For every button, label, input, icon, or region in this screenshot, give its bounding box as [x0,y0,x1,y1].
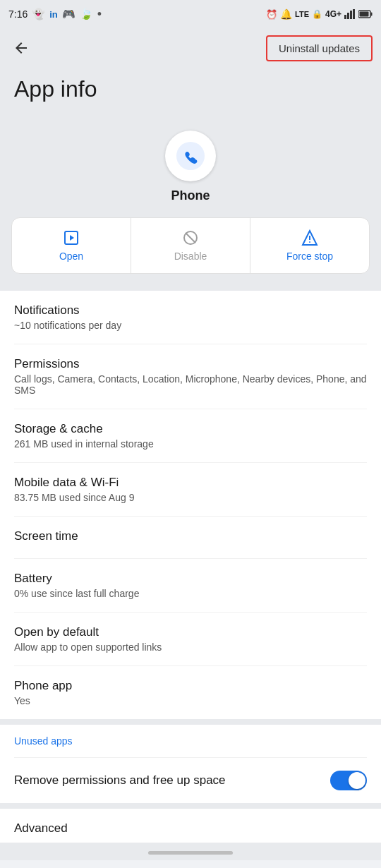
section-divider-1 [0,285,381,291]
open-icon [63,229,80,246]
notifications-row[interactable]: Notifications ~10 notifications per day [14,291,367,344]
force-stop-icon [301,229,318,246]
force-stop-button[interactable]: Force stop [250,218,369,273]
phone-app-row[interactable]: Phone app Yes [14,666,367,719]
page-title: App info [14,76,367,102]
back-button[interactable] [8,35,34,61]
permissions-row[interactable]: Permissions Call logs, Camera, Contacts,… [14,344,367,409]
mobile-data-row[interactable]: Mobile data & Wi-Fi 83.75 MB used since … [14,463,367,517]
phone-app-title: Phone app [14,679,367,693]
svg-rect-6 [360,12,369,17]
mobile-data-sub: 83.75 MB used since Aug 9 [14,492,367,503]
unused-apps-row[interactable]: Unused apps [14,735,367,758]
notifications-title: Notifications [14,303,367,318]
status-right: ⏰ 🔔 LTE 🔒 4G+ [266,8,373,20]
svg-rect-2 [350,11,352,19]
status-left: 7:16 👻 in 🎮 🍃 • [8,7,102,22]
volume-icon: 🔔 [280,8,292,20]
section-divider-2 [0,719,381,725]
svg-rect-0 [344,15,346,19]
battery-title: Battery [14,572,367,586]
vpn-icon: 🔒 [312,9,322,19]
leaf-icon: 🍃 [80,8,93,20]
page-title-area: App info [0,68,381,119]
battery-sub: 0% use since last full charge [14,588,367,599]
storage-cache-row[interactable]: Storage & cache 261 MB used in internal … [14,409,367,463]
permissions-title: Permissions [14,357,367,371]
toggle-row-title: Remove permissions and free up space [14,773,330,788]
time-display: 7:16 [8,8,28,20]
disable-label: Disable [174,251,207,262]
battery-icon [358,10,373,18]
section-divider-3 [0,803,381,809]
screen-time-row[interactable]: Screen time [14,517,367,559]
open-by-default-sub: Allow app to open supported links [14,641,367,653]
force-stop-label: Force stop [286,251,333,262]
ghost-icon: 👻 [32,8,45,20]
svg-line-10 [186,233,195,243]
svg-rect-3 [353,9,355,19]
disable-button[interactable]: Disable [131,218,250,273]
app-name: Phone [171,188,210,203]
action-row-inner: Open Disable Force stop [11,217,370,274]
battery-row[interactable]: Battery 0% use since last full charge [14,559,367,613]
bottom-handle [0,843,381,860]
toggle-row[interactable]: Remove permissions and free up space [0,758,381,803]
open-by-default-title: Open by default [14,625,367,639]
home-indicator [148,851,233,855]
permissions-sub: Call logs, Camera, Contacts, Location, M… [14,373,367,396]
svg-point-7 [176,142,205,170]
linkedin-icon: in [49,9,58,20]
action-row: Open Disable Force stop [0,217,381,285]
mobile-data-title: Mobile data & Wi-Fi [14,476,367,490]
dot-icon: • [97,7,102,22]
open-by-default-row[interactable]: Open by default Allow app to open suppor… [14,613,367,666]
signal-bars-icon [344,9,356,19]
unused-apps-label: Unused apps [14,735,73,747]
unused-apps-section: Unused apps [0,725,381,758]
disable-icon [182,229,199,246]
lte-icon: LTE [295,10,309,18]
gaming-icon: 🎮 [62,8,75,20]
alarm-icon: ⏰ [266,9,277,20]
open-label: Open [59,251,83,262]
storage-cache-sub: 261 MB used in internal storage [14,438,367,450]
svg-point-12 [309,241,310,243]
open-button[interactable]: Open [12,218,131,273]
storage-cache-title: Storage & cache [14,422,367,436]
info-section: Notifications ~10 notifications per day … [0,291,381,719]
advanced-row[interactable]: Advanced [0,809,381,843]
toggle-thumb [349,772,365,789]
status-bar: 7:16 👻 in 🎮 🍃 • ⏰ 🔔 LTE 🔒 4G+ [0,0,381,28]
uninstall-updates-button[interactable]: Uninstall updates [266,35,373,61]
svg-rect-5 [371,13,373,16]
notifications-sub: ~10 notifications per day [14,320,367,331]
signal-4g-icon: 4G+ [325,9,341,19]
app-icon [165,131,216,181]
screen-time-title: Screen time [14,529,367,543]
svg-rect-1 [347,13,349,19]
remove-permissions-toggle[interactable] [330,771,367,790]
top-bar: Uninstall updates [0,28,381,68]
phone-app-sub: Yes [14,695,367,706]
advanced-title: Advanced [14,821,68,835]
app-icon-section: Phone [0,119,381,217]
